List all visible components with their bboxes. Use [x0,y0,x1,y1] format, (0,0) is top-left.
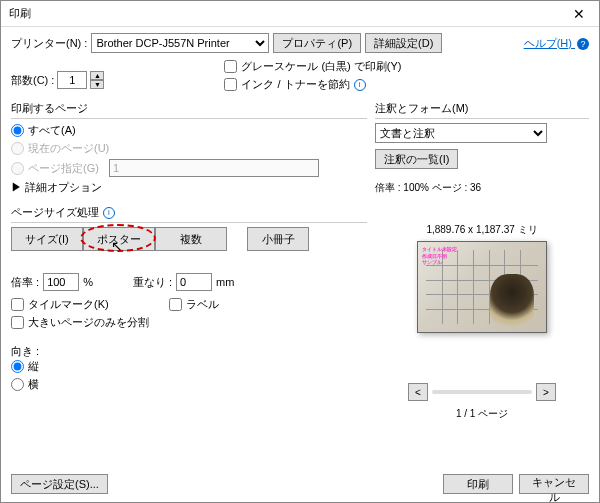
preview-dimensions: 1,889.76 x 1,187.37 ミリ [375,223,589,237]
preview-overlay-text: タイトル未設定作成日不明サンプル [422,246,457,266]
labels-checkbox[interactable]: ラベル [169,297,219,312]
poster-button[interactable]: ポスター ↖ [83,227,155,251]
page-setup-button[interactable]: ページ設定(S)... [11,474,108,494]
overlap-input[interactable] [176,273,212,291]
page-slider[interactable] [432,390,532,394]
printer-select[interactable]: Brother DCP-J557N Printer [91,33,269,53]
grayscale-checkbox[interactable] [224,60,237,73]
preview-image [490,274,534,326]
printer-label: プリンター(N) : [11,36,87,51]
more-options-toggle[interactable]: ▶ 詳細オプション [11,180,367,195]
preview-pane: タイトル未設定作成日不明サンプル [417,241,547,333]
orientation-portrait[interactable]: 縦 [11,359,367,374]
tile-marks-checkbox[interactable]: タイルマーク(K) [11,297,109,312]
close-button[interactable]: ✕ [559,1,599,27]
orientation-label: 向き : [11,344,367,359]
size-button[interactable]: サイズ(I) [11,227,83,251]
cancel-button[interactable]: キャンセル [519,474,589,494]
zoom-label: 倍率 : [11,275,39,290]
help-link[interactable]: ヘルプ(H) ? [524,36,589,51]
sizing-group-title: ページサイズ処理 i [11,205,367,223]
annot-group-title: 注釈とフォーム(M) [375,101,589,119]
save-ink-checkbox[interactable] [224,78,237,91]
page-indicator: 1 / 1 ページ [375,407,589,421]
save-ink-checkbox-label[interactable]: インク / トナーを節約i [224,77,401,92]
copies-label: 部数(C) : [11,73,54,88]
print-button[interactable]: 印刷 [443,474,513,494]
big-pages-only-checkbox[interactable]: 大きいページのみを分割 [11,315,367,330]
grayscale-checkbox-label[interactable]: グレースケール (白黒) で印刷(Y) [224,59,401,74]
prev-page-button[interactable]: < [408,383,428,401]
pages-all[interactable]: すべて(A) [11,123,367,138]
orientation-landscape[interactable]: 横 [11,377,367,392]
pages-range[interactable]: ページ指定(G) [11,159,367,177]
copies-down[interactable]: ▼ [90,80,104,89]
zoom-info: 倍率 : 100% ページ : 36 [375,181,589,195]
booklet-button[interactable]: 小冊子 [247,227,309,251]
print-dialog: 印刷 ✕ プリンター(N) : Brother DCP-J557N Printe… [0,0,600,503]
window-title: 印刷 [9,6,31,21]
annot-list-button[interactable]: 注釈の一覧(I) [375,149,458,169]
next-page-button[interactable]: > [536,383,556,401]
advanced-button[interactable]: 詳細設定(D) [365,33,442,53]
multiple-button[interactable]: 複数 [155,227,227,251]
zoom-input[interactable] [43,273,79,291]
overlap-label: 重なり : [133,275,172,290]
properties-button[interactable]: プロパティ(P) [273,33,361,53]
titlebar: 印刷 ✕ [1,1,599,27]
info-icon: i [354,79,366,91]
pages-current[interactable]: 現在のページ(U) [11,141,367,156]
pages-group-title: 印刷するページ [11,101,367,119]
help-icon: ? [577,38,589,50]
info-icon: i [103,207,115,219]
pages-range-input [109,159,319,177]
annot-select[interactable]: 文書と注釈 [375,123,547,143]
copies-input[interactable] [57,71,87,89]
copies-up[interactable]: ▲ [90,71,104,80]
